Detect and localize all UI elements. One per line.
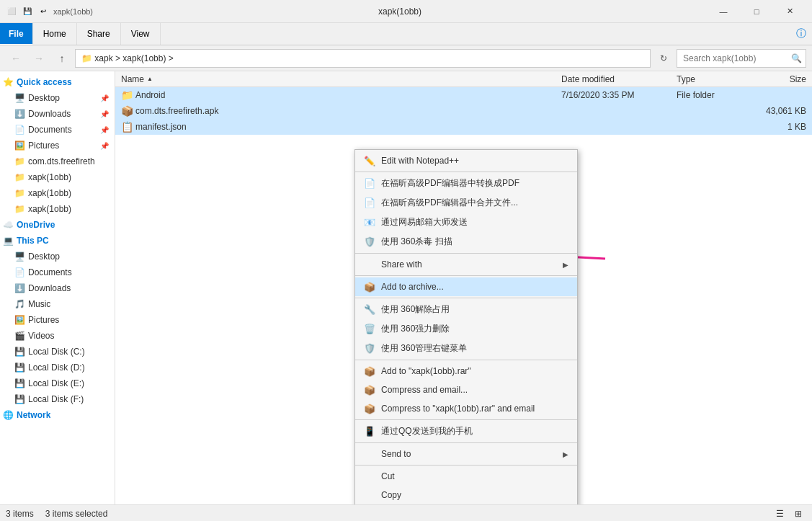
menu-edit-notepad[interactable]: ✏️ Edit with Notepad++ — [355, 151, 577, 170]
header-date[interactable]: Date modified — [561, 74, 677, 84]
file-size-apk: 43,061 KB — [749, 106, 806, 116]
sidebar-item-disk-c[interactable]: 💾 Local Disk (C:) — [0, 344, 115, 360]
close-button[interactable]: ✕ — [773, 0, 806, 23]
sidebar-label-quickaccess: Quick access — [17, 77, 72, 87]
sidebar-label-xapk1: xapk(1obb) — [28, 172, 71, 182]
separator-6 — [355, 419, 577, 420]
search-icon: 🔍 — [791, 53, 802, 63]
title-text: xapk(1obb) — [53, 7, 93, 16]
copy-icon — [364, 489, 375, 501]
sidebar-item-disk-f[interactable]: 💾 Local Disk (F:) — [0, 391, 115, 407]
sidebar-item-pictures1[interactable]: 🖼️ Pictures 📌 — [0, 138, 115, 153]
search-input[interactable] — [683, 53, 791, 63]
archive-icon: 📦 — [364, 281, 375, 293]
view-grid-button[interactable]: ⊞ — [790, 507, 806, 520]
menu-share-with[interactable]: Share with ▶ — [355, 255, 577, 274]
sidebar-item-xapk1[interactable]: 📁 xapk(1obb) — [0, 169, 115, 185]
header-type[interactable]: Type — [677, 74, 749, 84]
search-box[interactable]: 🔍 — [677, 49, 806, 68]
sidebar-section-thispc[interactable]: 💻 This PC — [0, 233, 115, 249]
address-bar: ← → ↑ 📁 xapk > xapk(1obb) > ↻ 🔍 — [0, 45, 812, 71]
forward-button[interactable]: → — [29, 49, 49, 68]
share-icon — [364, 259, 375, 270]
menu-360-delete[interactable]: 🗑️ 使用 360强力删除 — [355, 319, 577, 339]
sidebar-label-onedrive: OneDrive — [17, 220, 55, 230]
sidebar-item-music[interactable]: 🎵 Music — [0, 296, 115, 312]
sidebar-label-disk-c: Local Disk (C:) — [28, 347, 85, 357]
status-bar: 3 items 3 items selected ☰ ⊞ — [0, 504, 812, 521]
tab-view[interactable]: View — [121, 23, 161, 45]
xapk1-icon: 📁 — [14, 172, 25, 182]
json-icon: 📋 — [121, 121, 133, 133]
ribbon-help-icon[interactable]: ⓘ — [796, 27, 806, 40]
sidebar-item-documents2[interactable]: 📄 Documents — [0, 264, 115, 280]
header-size[interactable]: Size — [749, 74, 806, 84]
menu-label-360-manage: 使用 360管理右键菜单 — [381, 342, 568, 355]
save-icon[interactable]: 💾 — [22, 6, 33, 17]
sidebar-item-xapk2[interactable]: 📁 xapk(1obb) — [0, 185, 115, 201]
tab-home[interactable]: Home — [33, 23, 77, 45]
videos-icon: 🎬 — [14, 331, 25, 341]
up-button[interactable]: ↑ — [52, 49, 72, 68]
unlock-icon: 🔧 — [364, 304, 375, 316]
pin-icon2: 📌 — [100, 110, 109, 118]
minimize-button[interactable]: — — [707, 0, 740, 23]
sidebar-item-downloads2[interactable]: ⬇️ Downloads — [0, 280, 115, 296]
onedrive-icon: ☁️ — [3, 220, 14, 230]
tab-share[interactable]: Share — [77, 23, 121, 45]
disk-c-icon: 💾 — [14, 347, 25, 357]
header-name[interactable]: Name ▲ — [121, 74, 561, 84]
sidebar-item-documents1[interactable]: 📄 Documents 📌 — [0, 122, 115, 138]
pictures-icon1: 🖼️ — [14, 141, 25, 151]
file-item-android[interactable]: 📁 Android 7/16/2020 3:35 PM File folder — [115, 87, 812, 103]
sidebar-section-network[interactable]: 🌐 Network — [0, 407, 115, 423]
menu-compress-rar-email[interactable]: 📦 Compress to "xapk(1obb).rar" and email — [355, 399, 577, 418]
file-item-json[interactable]: 📋 manifest.json 1 KB — [115, 119, 812, 135]
sidebar-item-pictures2[interactable]: 🖼️ Pictures — [0, 312, 115, 328]
share-submenu-arrow: ▶ — [563, 261, 568, 269]
menu-label-edit-notepad: Edit with Notepad++ — [381, 156, 568, 166]
pdf-icon1: 📄 — [364, 178, 375, 190]
pin-icon3: 📌 — [100, 126, 109, 134]
sidebar-section-quickaccess[interactable]: ⭐ Quick access — [0, 74, 115, 90]
tab-file[interactable]: File — [0, 23, 33, 45]
menu-send-qq[interactable]: 📱 通过QQ发送到我的手机 — [355, 422, 577, 441]
sidebar-section-onedrive[interactable]: ☁️ OneDrive — [0, 217, 115, 233]
menu-add-to-archive[interactable]: 📦 Add to archive... — [355, 277, 577, 296]
window-title: xapk(1obb) — [93, 6, 707, 17]
sidebar-label-network: Network — [17, 410, 50, 420]
notepad-icon: ✏️ — [364, 155, 375, 166]
menu-360-scan[interactable]: 🛡️ 使用 360杀毒 扫描 — [355, 232, 577, 251]
menu-send-to[interactable]: Send to ▶ — [355, 445, 577, 463]
view-list-button[interactable]: ☰ — [772, 507, 788, 520]
sidebar-item-desktop2[interactable]: 🖥️ Desktop — [0, 249, 115, 264]
back-button[interactable]: ← — [6, 49, 26, 68]
sidebar-item-downloads1[interactable]: ⬇️ Downloads 📌 — [0, 106, 115, 122]
sidebar-label-documents1: Documents — [28, 125, 72, 135]
maximize-button[interactable]: □ — [740, 0, 773, 23]
sidebar-item-videos[interactable]: 🎬 Videos — [0, 328, 115, 344]
sidebar-item-disk-d[interactable]: 💾 Local Disk (D:) — [0, 360, 115, 375]
sidebar-item-desktop1[interactable]: 🖥️ Desktop 📌 — [0, 90, 115, 106]
menu-compress-email[interactable]: 📦 Compress and email... — [355, 380, 577, 399]
sidebar-item-disk-e[interactable]: 💾 Local Disk (E:) — [0, 375, 115, 391]
menu-add-rar[interactable]: 📦 Add to "xapk(1obb).rar" — [355, 362, 577, 380]
pictures-icon2: 🖼️ — [14, 315, 25, 325]
file-item-apk[interactable]: 📦 com.dts.freefireth.apk 43,061 KB — [115, 103, 812, 119]
separator-7 — [355, 442, 577, 443]
menu-pdf-convert[interactable]: 📄 在福昕高级PDF编辑器中转换成PDF — [355, 174, 577, 193]
desktop-icon2: 🖥️ — [14, 251, 25, 262]
sidebar-item-freefireth[interactable]: 📁 com.dts.freefireth — [0, 153, 115, 169]
menu-email-netease[interactable]: 📧 通过网易邮箱大师发送 — [355, 213, 577, 232]
menu-cut[interactable]: Cut — [355, 467, 577, 486]
menu-360-manage[interactable]: 🛡️ 使用 360管理右键菜单 — [355, 339, 577, 358]
menu-label-add-rar: Add to "xapk(1obb).rar" — [381, 366, 568, 376]
sidebar-item-xapk3[interactable]: 📁 xapk(1obb) — [0, 201, 115, 217]
menu-copy[interactable]: Copy — [355, 486, 577, 504]
menu-360-unlock[interactable]: 🔧 使用 360解除占用 — [355, 300, 577, 319]
undo-icon[interactable]: ↩ — [37, 6, 49, 17]
address-path[interactable]: 📁 xapk > xapk(1obb) > — [75, 49, 651, 68]
refresh-button[interactable]: ↻ — [653, 49, 674, 68]
path-text: 📁 xapk > xapk(1obb) > — [81, 53, 174, 63]
menu-pdf-merge[interactable]: 📄 在福昕高级PDF编辑器中合并文件... — [355, 193, 577, 213]
